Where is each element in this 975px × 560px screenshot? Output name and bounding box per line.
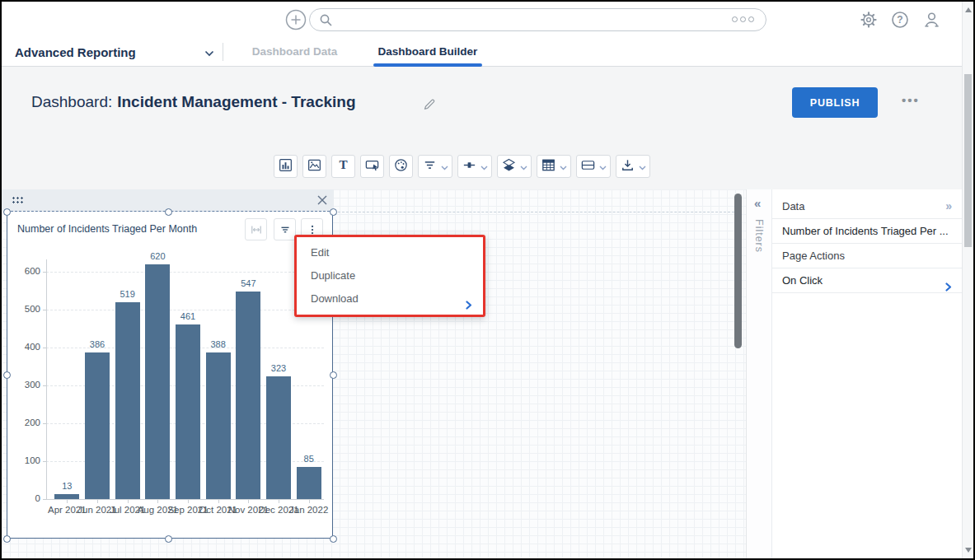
y-axis [46,259,47,500]
page-title: Dashboard:Incident Management - Tracking [31,93,356,111]
bar-value-label: 85 [284,454,334,464]
settings-gear-icon[interactable] [860,11,878,32]
scrollbar-thumb[interactable] [964,74,972,247]
chevrons-right-icon[interactable]: » [945,194,952,218]
slider-button[interactable] [457,155,492,178]
tab-dashboard-builder[interactable]: Dashboard Builder [373,38,482,66]
resize-handle[interactable] [330,371,337,379]
widget-title: Number of Incidents Triaged Per Month [17,223,197,235]
layers-button[interactable] [497,155,532,178]
x-tick [157,500,158,503]
bar [266,376,291,499]
fit-width-icon[interactable] [245,218,267,240]
resize-handle[interactable] [3,535,11,543]
bar [54,494,79,499]
table-button[interactable] [537,155,571,178]
dashboard-canvas[interactable]: Number of Incidents Triaged Per Month 01… [2,189,746,558]
more-ellipsis-icon[interactable] [732,16,754,22]
x-axis [46,499,324,500]
title-prefix: Dashboard: [31,93,112,110]
chevron-down-icon [599,159,607,174]
header-more-button[interactable]: ••• [902,93,920,107]
bar-chart-button[interactable] [274,155,298,178]
drag-handle-icon[interactable] [12,196,23,204]
scroll-down-icon[interactable] [965,548,972,553]
y-tick-label: 600 [16,266,40,276]
chevron-down-icon [520,159,527,174]
canvas-scrollbar[interactable] [734,194,742,348]
button-button[interactable] [360,155,384,178]
bar [176,324,200,499]
menu-item-edit[interactable]: Edit [297,241,483,264]
data-item[interactable]: Number of Incidents Triaged Per ... [772,219,962,244]
data-section-header: Data » [772,194,962,219]
y-tick-label: 400 [16,342,40,352]
image-button[interactable] [302,155,326,178]
y-tick-label: 500 [16,304,40,314]
pencil-icon[interactable] [422,96,437,114]
x-tick [128,500,129,503]
add-circle-icon[interactable] [285,9,307,34]
scroll-up-icon[interactable] [965,7,972,12]
bar [236,292,260,499]
chevrons-left-icon[interactable]: « [754,196,761,210]
chevron-down-icon [480,159,488,174]
chevron-down-icon [639,159,646,174]
on-click-row[interactable]: On Click [772,268,962,293]
text-button[interactable]: T [331,155,355,178]
nav-bar: Advanced Reporting Dashboard Data Sets D… [2,38,973,67]
page-scrollbar[interactable] [962,2,973,558]
tab-dashboard-data-sets[interactable]: Dashboard Data Sets [239,38,350,66]
resize-handle[interactable] [3,371,11,379]
chart-widget[interactable]: Number of Incidents Triaged Per Month 01… [7,212,333,539]
resize-handle[interactable] [330,535,337,543]
table-icon [541,157,556,176]
filters-tab[interactable]: Filters [753,219,765,253]
help-icon[interactable]: ? [891,11,909,32]
widget-context-menu: Edit Duplicate Download [294,235,485,317]
top-bar: ? [2,2,973,39]
bar-chart: 010020030040050060013Apr 2021386Jun 2021… [16,253,329,533]
filter-button[interactable] [418,155,452,178]
menu-item-label: Download [311,292,359,305]
app-window: ? Advanced Reporting Dashboard Data Sets… [0,0,975,560]
bar-value-label: 461 [163,311,213,321]
app-menu-label: Advanced Reporting [15,45,136,59]
palette-button[interactable] [389,155,413,178]
publish-button[interactable]: PUBLISH [792,87,878,118]
title-value: Incident Management - Tracking [117,93,355,110]
gridline [46,272,324,273]
bar [297,467,321,499]
bar [206,352,231,499]
chevron-down-icon [204,45,214,59]
download-button[interactable] [616,155,650,178]
y-tick-label: 200 [16,418,40,427]
text-icon: T [335,157,351,176]
x-tick [188,500,189,503]
bar-value-label: 323 [254,363,303,373]
x-tick [248,500,249,503]
slider-icon [462,157,477,176]
user-icon[interactable] [922,11,941,32]
chevron-right-icon [945,276,952,300]
search-input[interactable] [309,8,766,31]
menu-item-download[interactable]: Download [297,287,483,310]
filter-lines-icon[interactable] [274,218,296,240]
palette-icon [393,157,409,176]
x-tick [97,500,98,503]
close-icon[interactable] [316,194,330,208]
resize-handle[interactable] [165,208,172,216]
panel-button[interactable] [576,155,611,178]
menu-item-duplicate[interactable]: Duplicate [297,264,483,287]
app-menu-dropdown[interactable]: Advanced Reporting [15,38,214,66]
resize-handle[interactable] [3,208,11,216]
image-icon [307,157,322,176]
bar-value-label: 547 [223,278,273,288]
svg-text:T: T [339,157,347,171]
resize-handle[interactable] [165,535,172,543]
bar-value-label: 620 [133,251,182,261]
resize-handle[interactable] [330,208,337,216]
filters-strip: « Filters [746,189,772,558]
x-tick [218,500,219,503]
gridline [46,310,324,310]
